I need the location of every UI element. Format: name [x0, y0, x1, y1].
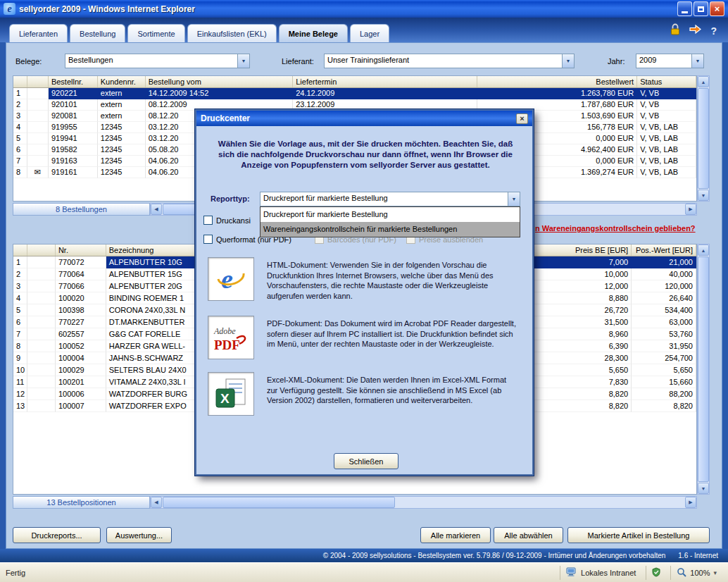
scroll-left-icon[interactable]: ◀ [151, 204, 162, 215]
cell-preis-be: 7,830 [533, 376, 632, 388]
cell-bestellnr: 920081 [49, 111, 98, 122]
zoom-control[interactable]: 100% ▾ [670, 566, 722, 580]
cell-kundennr: 12345 [98, 156, 146, 167]
col-bestellwert[interactable]: Bestellwert [477, 76, 638, 87]
cell-kundennr: extern [98, 111, 146, 122]
help-icon[interactable]: ? [710, 25, 717, 37]
cell-bestellwert: 1.263,780 EUR [477, 88, 638, 99]
tab-einkaufslisten[interactable]: Einkaufslisten (EKL) [187, 24, 277, 42]
col-status[interactable]: Status [637, 76, 696, 87]
col-preis-be[interactable]: Preis BE [EUR] [533, 244, 632, 256]
cell-nr: 602557 [56, 328, 106, 340]
cell-preis-be: 8,960 [533, 328, 632, 340]
scrollbar-thumb[interactable] [698, 88, 709, 189]
belege-select[interactable]: Bestellungen ▼ [65, 54, 250, 68]
belege-value: Bestellungen [65, 54, 237, 68]
status-text: Fertig [6, 569, 25, 577]
jahr-select[interactable]: 2009 ▼ [636, 54, 704, 68]
main-navigation: Lieferanten Bestellung Sortimente Einkau… [0, 18, 728, 42]
col-nr[interactable]: Nr. [56, 244, 106, 256]
tab-lager[interactable]: Lager [350, 24, 389, 42]
cell-preis-be: 8,820 [533, 388, 632, 400]
dialog-titlebar: Druckcenter × [196, 111, 532, 126]
mail-envelope-icon [27, 99, 49, 111]
markierte-artikel-button[interactable]: Markierte Artikel in Bestellung [567, 527, 710, 543]
chevron-down-icon[interactable]: ▼ [691, 54, 703, 68]
mail-envelope-icon [27, 122, 49, 133]
mail-envelope-icon [27, 144, 49, 156]
dropdown-option-wareneingangskontrollschein[interactable]: Wareneingangskontrollschein für markiert… [261, 222, 520, 237]
scroll-right-icon[interactable]: ▶ [685, 497, 696, 508]
dialog-close-button[interactable]: × [516, 113, 528, 124]
row-number-cell: 6 [13, 316, 27, 328]
cell-status: V, VB, LAB [637, 167, 696, 178]
scroll-left-icon[interactable]: ◀ [151, 497, 162, 508]
cell-status: V, VB, LAB [637, 133, 696, 144]
cell-pos-wert: 254,700 [632, 352, 696, 364]
cell-preis-be: 5,650 [533, 364, 632, 376]
row-number-cell: 6 [13, 144, 27, 156]
col-rownum [13, 76, 27, 87]
internet-explorer-icon[interactable]: e [208, 257, 254, 301]
cell-bestellnr: 919163 [49, 156, 98, 167]
auswertung-button[interactable]: Auswertung... [106, 527, 172, 543]
chevron-down-icon[interactable]: ▼ [237, 54, 249, 68]
scrollbar-thumb[interactable] [698, 256, 709, 482]
cell-status: V, VB, LAB [637, 156, 696, 167]
col-liefertermin[interactable]: Liefertermin [293, 76, 477, 87]
scroll-up-icon[interactable]: ▲ [698, 244, 709, 256]
scrollbar-thumb[interactable] [163, 497, 395, 508]
col-pos-wert[interactable]: Pos.-Wert [EUR] [632, 244, 696, 256]
tab-lieferanten[interactable]: Lieferanten [9, 24, 68, 42]
col-bestellung-vom[interactable]: Bestellung vom [146, 76, 294, 87]
positions-vscrollbar[interactable]: ▲ ▼ [697, 244, 710, 495]
lieferant-select[interactable]: Unser Trainingslieferant ▼ [324, 54, 575, 68]
tab-sortimente[interactable]: Sortimente [127, 24, 184, 42]
alle-abwaehlen-button[interactable]: Alle abwählen [494, 527, 563, 543]
ie-logo-icon: e [4, 3, 15, 15]
marker-cell [27, 256, 56, 268]
scroll-down-icon[interactable]: ▼ [698, 483, 709, 494]
scroll-right-icon[interactable]: ▶ [685, 204, 696, 215]
druckansicht-checkbox[interactable]: Druckansi [203, 216, 251, 225]
alle-markieren-button[interactable]: Alle markieren [420, 527, 491, 543]
marker-cell [27, 304, 56, 316]
marker-cell [27, 268, 56, 280]
cell-nr: 770066 [56, 280, 106, 292]
reporttyp-select[interactable]: Druckreport für markierte Bestellung ▼ [260, 192, 520, 206]
intranet-computer-icon [566, 567, 577, 578]
restore-button[interactable] [694, 1, 708, 16]
orders-vscrollbar[interactable]: ▲ ▼ [697, 75, 710, 202]
cell-kundennr: 12345 [98, 144, 146, 156]
logout-arrow-icon[interactable] [689, 24, 702, 37]
excel-xml-icon[interactable]: X [208, 372, 254, 416]
security-section[interactable] [646, 566, 666, 580]
minimize-button[interactable] [677, 1, 692, 16]
cell-status: V, VB, LAB [637, 144, 696, 156]
close-button[interactable]: × [710, 1, 724, 16]
druckreports-button[interactable]: Druckreports... [13, 527, 101, 543]
browser-window: e sellyorder 2009 - Windows Internet Exp… [0, 0, 728, 582]
wareneingangskontrollschein-link[interactable]: n Wareneingangskontrollschein geblieben? [535, 224, 696, 233]
order-row[interactable]: 1 920221 extern 14.12.2009 14:52 24.12.2… [13, 88, 696, 99]
chevron-down-icon[interactable]: ▼ [508, 192, 520, 206]
dropdown-option-druckreport[interactable]: Druckreport für markierte Bestellung [261, 207, 520, 222]
cell-pos-wert: 120,000 [632, 280, 696, 292]
cell-kundennr: extern [98, 88, 146, 99]
adobe-pdf-icon[interactable]: AdobePDF [208, 316, 254, 359]
tab-bestellung[interactable]: Bestellung [70, 24, 125, 42]
scroll-down-icon[interactable]: ▼ [698, 190, 709, 201]
zoom-level: 100% [690, 569, 710, 577]
scroll-up-icon[interactable]: ▲ [698, 76, 709, 87]
tab-meine-belege[interactable]: Meine Belege [279, 24, 348, 42]
excel-doc-description: Excel-XML-Dokument: Die Daten werden Ihn… [267, 375, 519, 406]
positions-hscrollbar[interactable]: ◀ ▶ [150, 496, 697, 509]
chevron-down-icon[interactable]: ▼ [562, 54, 574, 68]
copyright-text: © 2004 - 2009 sellysolutions - Bestellsy… [323, 552, 666, 559]
svg-text:e: e [221, 264, 233, 294]
cell-pos-wert: 63,000 [632, 316, 696, 328]
col-kundennr[interactable]: Kundennr. [98, 76, 146, 87]
cell-nr: 100004 [56, 352, 106, 364]
col-bestellnr[interactable]: Bestellnr. [49, 76, 98, 87]
schliessen-button[interactable]: Schließen [334, 453, 398, 469]
